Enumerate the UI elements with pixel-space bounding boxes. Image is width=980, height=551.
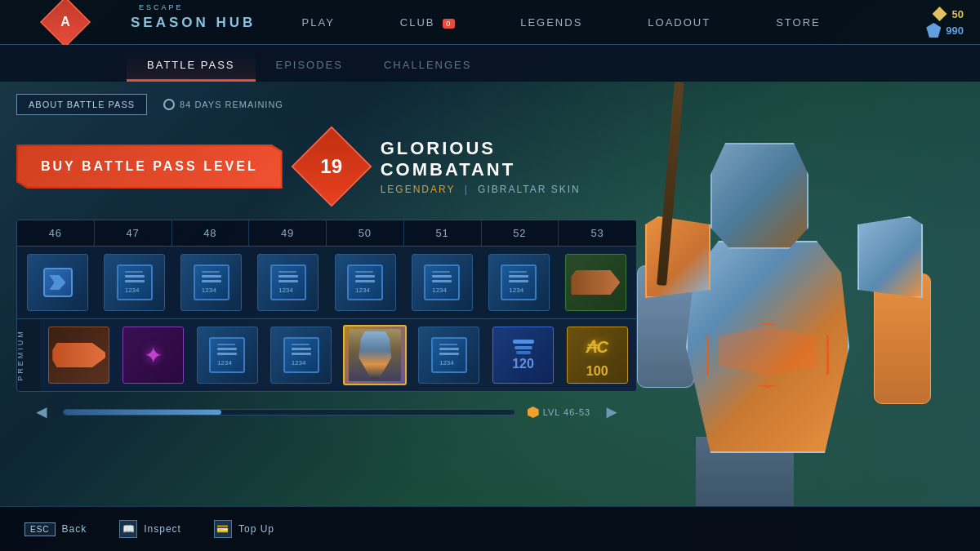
reward-card-51-premium[interactable]: 1234 — [418, 327, 479, 384]
progress-bar-container — [63, 409, 515, 415]
club-badge: 0 — [443, 19, 455, 29]
sub-navigation: BATTLE PASS EPISODES CHALLENGES — [0, 45, 980, 82]
nav-loadout[interactable]: LOADOUT — [639, 12, 719, 33]
pack-line — [292, 344, 310, 345]
about-battle-pass-button[interactable]: ABOUT BATTLE PASS — [16, 94, 147, 115]
currency-area: 50 990 — [926, 7, 980, 38]
level-51: 51 — [404, 220, 482, 246]
subnav-battle-pass[interactable]: BATTLE PASS — [127, 52, 256, 82]
level-badge: 19 — [299, 130, 364, 203]
reward-card-48[interactable]: 1234 — [180, 254, 242, 311]
reward-card-52-premium[interactable]: 120 — [492, 327, 554, 384]
pack-reward-52: 1234 — [501, 264, 537, 300]
nav-legends[interactable]: LEGENDS — [512, 12, 590, 33]
nav-play[interactable]: PLAY — [294, 12, 343, 33]
reward-item-53-premium[interactable]: ₳C 100 — [562, 326, 632, 384]
key-shape — [50, 275, 66, 290]
days-remaining: 84 DAYS REMAINING — [163, 99, 283, 110]
pack-reward-47: 1234 — [117, 264, 153, 300]
topup-button[interactable]: 💳 Top Up — [214, 520, 274, 538]
reward-item-48-free[interactable]: 1234 — [175, 253, 247, 312]
pack-number: 1234 — [202, 287, 216, 294]
item-info: GLORIOUS COMBATANT LEGENDARY | GIBRALTAR… — [381, 138, 637, 195]
reward-card-53-premium[interactable]: ₳C 100 — [567, 327, 628, 384]
reward-item-47-free[interactable]: 1234 — [98, 253, 171, 312]
reward-card-51[interactable]: 1234 — [412, 254, 473, 311]
previous-arrow[interactable]: ◄ — [33, 402, 51, 423]
reward-card-49-premium[interactable]: 1234 — [270, 327, 332, 384]
buy-battle-pass-button[interactable]: BUY BATTLE PASS LEVEL — [16, 144, 283, 189]
reward-card-46-premium[interactable] — [48, 327, 109, 384]
pack-line — [432, 271, 450, 273]
featured-area: BUY BATTLE PASS LEVEL 19 GLORIOUS COMBAT… — [16, 130, 637, 203]
coins-bar-top — [513, 340, 534, 344]
reward-card-50-premium[interactable] — [343, 325, 407, 385]
key-card-inner — [43, 268, 73, 297]
item-type: GIBRALTAR SKIN — [478, 184, 581, 195]
reward-card-46[interactable] — [27, 254, 88, 311]
char-chest-glow — [719, 327, 817, 375]
level-47: 47 — [95, 220, 172, 246]
reward-card-47[interactable]: 1234 — [104, 254, 165, 311]
reward-card-49[interactable]: 1234 — [257, 254, 318, 311]
reward-item-52-free[interactable]: 1234 — [483, 253, 555, 312]
reward-item-47-premium[interactable]: ✦ — [118, 326, 189, 384]
pack-lines-51: 1234 — [429, 268, 455, 297]
pack-line — [125, 275, 145, 278]
pack-lines-52: 1234 — [506, 268, 532, 297]
coins-bar-mid — [514, 346, 532, 349]
level-range-label: LVL 46-53 — [543, 407, 591, 417]
level-49: 49 — [249, 220, 327, 246]
free-rewards-row: 1234 1234 — [17, 247, 636, 319]
pack-reward-48: 1234 — [194, 264, 229, 300]
char-thumb-shape — [354, 331, 395, 379]
level-52: 52 — [482, 220, 559, 246]
nav-club[interactable]: CLUB 0 — [392, 12, 463, 33]
level-46: 46 — [17, 220, 95, 246]
gun-reward — [52, 343, 105, 367]
pack-number: 1234 — [509, 287, 523, 294]
pack-lines-49p: 1234 — [288, 340, 314, 370]
coins-value-52: 120 — [512, 357, 534, 371]
main-content: ABOUT BATTLE PASS 84 DAYS REMAINING BUY … — [0, 82, 653, 506]
coins-bars-container — [513, 340, 534, 354]
reward-item-50-free[interactable]: 1234 — [329, 253, 402, 312]
pack-line — [217, 348, 237, 350]
pack-line — [432, 275, 452, 278]
pack-line — [292, 353, 311, 355]
nav-items: PLAY CLUB 0 LEGENDS LOADOUT STORE — [196, 12, 926, 33]
reward-item-46-premium[interactable] — [44, 326, 114, 384]
ac-currency-icon: ₳C — [582, 332, 612, 362]
pack-reward-49: 1234 — [270, 264, 306, 300]
next-arrow[interactable]: ► — [603, 402, 621, 423]
pack-lines-51p: 1234 — [436, 340, 462, 370]
reward-card-50[interactable]: 1234 — [335, 254, 396, 311]
subnav-episodes[interactable]: EPISODES — [256, 52, 363, 82]
subnav-challenges[interactable]: CHALLENGES — [363, 52, 492, 82]
reward-card-48-premium[interactable]: 1234 — [197, 327, 258, 384]
pack-reward-49-p: 1234 — [283, 337, 319, 373]
reward-item-46-free[interactable] — [21, 253, 94, 312]
level-50: 50 — [327, 220, 404, 246]
pack-line — [439, 348, 459, 350]
back-button[interactable]: ESC Back — [24, 522, 87, 536]
craft-currency: 990 — [926, 23, 964, 38]
level-icon — [528, 407, 539, 418]
reward-item-49-premium[interactable]: 1234 — [266, 326, 336, 384]
reward-card-47-premium[interactable]: ✦ — [122, 327, 184, 384]
nav-store[interactable]: STORE — [768, 12, 829, 33]
reward-item-48-premium[interactable]: 1234 — [192, 326, 262, 384]
season-hub-title: SEASON HUB — [131, 15, 256, 31]
reward-item-49-free[interactable]: 1234 — [252, 253, 324, 312]
inspect-icon: 📖 — [119, 520, 137, 538]
pack-line — [355, 280, 375, 282]
reward-item-51-free[interactable]: 1234 — [406, 253, 479, 312]
reward-card-52[interactable]: 1234 — [488, 254, 550, 311]
reward-item-53-free[interactable] — [559, 253, 632, 312]
pack-line — [202, 271, 220, 273]
reward-item-51-premium[interactable]: 1234 — [414, 326, 484, 384]
inspect-button[interactable]: 📖 Inspect — [119, 520, 181, 538]
reward-item-52-premium[interactable]: 120 — [488, 326, 559, 384]
reward-card-53[interactable] — [565, 254, 626, 311]
reward-item-50-premium[interactable] — [341, 326, 411, 384]
